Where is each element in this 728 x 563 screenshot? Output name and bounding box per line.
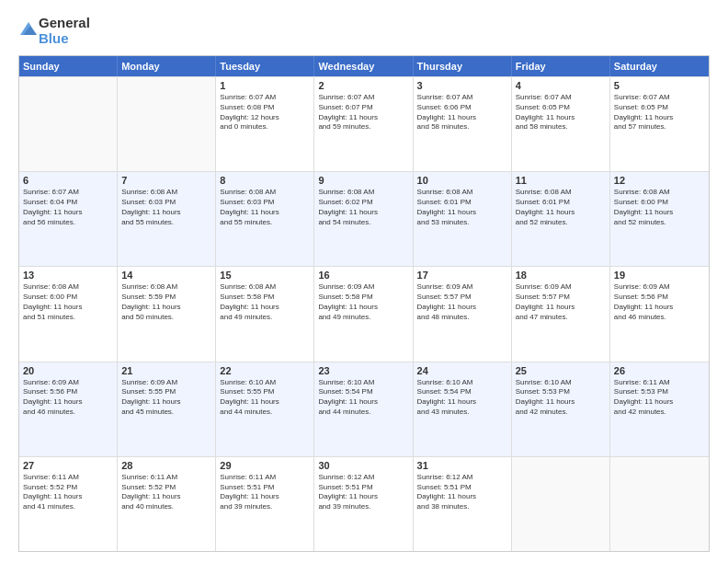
logo: General Blue <box>18 15 90 46</box>
calendar-cell-day-5: 5Sunrise: 6:07 AMSunset: 6:05 PMDaylight… <box>610 77 709 171</box>
cell-info: Sunrise: 6:08 AMSunset: 5:59 PMDaylight:… <box>121 282 211 322</box>
day-number: 6 <box>23 175 113 186</box>
day-number: 21 <box>121 365 211 376</box>
day-number: 7 <box>121 175 211 186</box>
day-number: 14 <box>121 270 211 281</box>
cell-info: Sunrise: 6:11 AMSunset: 5:53 PMDaylight:… <box>614 378 705 418</box>
calendar-cell-day-22: 22Sunrise: 6:10 AMSunset: 5:55 PMDayligh… <box>216 362 314 456</box>
cell-info: Sunrise: 6:07 AMSunset: 6:06 PMDaylight:… <box>417 93 507 132</box>
day-number: 11 <box>516 175 606 186</box>
calendar-cell-day-9: 9Sunrise: 6:08 AMSunset: 6:02 PMDaylight… <box>314 172 413 266</box>
calendar-cell-empty-0-0 <box>19 77 118 171</box>
day-number: 18 <box>516 270 606 281</box>
calendar-cell-day-3: 3Sunrise: 6:07 AMSunset: 6:06 PMDaylight… <box>414 77 512 171</box>
calendar-cell-day-24: 24Sunrise: 6:10 AMSunset: 5:54 PMDayligh… <box>414 362 512 456</box>
cell-info: Sunrise: 6:11 AMSunset: 5:52 PMDaylight:… <box>23 473 113 512</box>
calendar-cell-empty-4-5 <box>512 457 610 551</box>
calendar-cell-day-7: 7Sunrise: 6:08 AMSunset: 6:03 PMDaylight… <box>118 172 216 266</box>
calendar-cell-day-27: 27Sunrise: 6:11 AMSunset: 5:52 PMDayligh… <box>19 457 118 551</box>
cell-info: Sunrise: 6:09 AMSunset: 5:57 PMDaylight:… <box>516 282 606 322</box>
calendar-cell-day-13: 13Sunrise: 6:08 AMSunset: 6:00 PMDayligh… <box>19 267 118 361</box>
day-number: 27 <box>23 460 113 471</box>
cell-info: Sunrise: 6:09 AMSunset: 5:57 PMDaylight:… <box>417 282 507 322</box>
day-number: 15 <box>220 270 310 281</box>
cell-info: Sunrise: 6:09 AMSunset: 5:58 PMDaylight:… <box>318 282 408 322</box>
calendar-cell-day-31: 31Sunrise: 6:12 AMSunset: 5:51 PMDayligh… <box>414 457 512 551</box>
calendar-cell-day-12: 12Sunrise: 6:08 AMSunset: 6:00 PMDayligh… <box>610 172 709 266</box>
calendar-body: 1Sunrise: 6:07 AMSunset: 6:08 PMDaylight… <box>19 76 709 551</box>
calendar-cell-day-26: 26Sunrise: 6:11 AMSunset: 5:53 PMDayligh… <box>610 362 709 456</box>
weekday-header-friday: Friday <box>512 56 610 76</box>
day-number: 2 <box>318 80 408 91</box>
calendar-cell-empty-0-1 <box>118 77 216 171</box>
day-number: 8 <box>220 175 310 186</box>
logo-icon <box>20 22 37 35</box>
day-number: 26 <box>614 365 705 376</box>
cell-info: Sunrise: 6:10 AMSunset: 5:54 PMDaylight:… <box>318 378 408 418</box>
day-number: 16 <box>318 270 408 281</box>
day-number: 20 <box>23 365 113 376</box>
cell-info: Sunrise: 6:10 AMSunset: 5:54 PMDaylight:… <box>417 378 507 418</box>
calendar-cell-day-11: 11Sunrise: 6:08 AMSunset: 6:01 PMDayligh… <box>512 172 610 266</box>
calendar-cell-empty-4-6 <box>610 457 709 551</box>
weekday-header-monday: Monday <box>118 56 216 76</box>
day-number: 5 <box>614 80 705 91</box>
cell-info: Sunrise: 6:09 AMSunset: 5:56 PMDaylight:… <box>614 282 705 322</box>
calendar-header: SundayMondayTuesdayWednesdayThursdayFrid… <box>19 56 709 76</box>
day-number: 25 <box>516 365 606 376</box>
cell-info: Sunrise: 6:10 AMSunset: 5:55 PMDaylight:… <box>220 378 310 418</box>
weekday-header-saturday: Saturday <box>610 56 709 76</box>
calendar-cell-day-18: 18Sunrise: 6:09 AMSunset: 5:57 PMDayligh… <box>512 267 610 361</box>
calendar-cell-day-30: 30Sunrise: 6:12 AMSunset: 5:51 PMDayligh… <box>314 457 413 551</box>
cell-info: Sunrise: 6:10 AMSunset: 5:53 PMDaylight:… <box>516 378 606 418</box>
day-number: 17 <box>417 270 507 281</box>
cell-info: Sunrise: 6:08 AMSunset: 6:00 PMDaylight:… <box>23 282 113 322</box>
header: General Blue <box>18 15 710 46</box>
day-number: 23 <box>318 365 408 376</box>
cell-info: Sunrise: 6:11 AMSunset: 5:51 PMDaylight:… <box>220 473 310 512</box>
calendar-cell-day-17: 17Sunrise: 6:09 AMSunset: 5:57 PMDayligh… <box>414 267 512 361</box>
day-number: 1 <box>220 80 310 91</box>
calendar-cell-day-14: 14Sunrise: 6:08 AMSunset: 5:59 PMDayligh… <box>118 267 216 361</box>
calendar-cell-day-4: 4Sunrise: 6:07 AMSunset: 6:05 PMDaylight… <box>512 77 610 171</box>
day-number: 13 <box>23 270 113 281</box>
cell-info: Sunrise: 6:12 AMSunset: 5:51 PMDaylight:… <box>318 473 408 512</box>
calendar-cell-day-19: 19Sunrise: 6:09 AMSunset: 5:56 PMDayligh… <box>610 267 709 361</box>
day-number: 24 <box>417 365 507 376</box>
cell-info: Sunrise: 6:07 AMSunset: 6:05 PMDaylight:… <box>614 93 705 132</box>
calendar-row-1: 1Sunrise: 6:07 AMSunset: 6:08 PMDaylight… <box>19 76 709 171</box>
day-number: 10 <box>417 175 507 186</box>
calendar-cell-day-15: 15Sunrise: 6:08 AMSunset: 5:58 PMDayligh… <box>216 267 314 361</box>
calendar-cell-day-6: 6Sunrise: 6:07 AMSunset: 6:04 PMDaylight… <box>19 172 118 266</box>
cell-info: Sunrise: 6:08 AMSunset: 6:01 PMDaylight:… <box>417 188 507 227</box>
cell-info: Sunrise: 6:07 AMSunset: 6:08 PMDaylight:… <box>220 93 310 132</box>
logo-general: General <box>39 15 90 30</box>
calendar-cell-day-28: 28Sunrise: 6:11 AMSunset: 5:52 PMDayligh… <box>118 457 216 551</box>
day-number: 9 <box>318 175 408 186</box>
calendar-row-2: 6Sunrise: 6:07 AMSunset: 6:04 PMDaylight… <box>19 171 709 266</box>
cell-info: Sunrise: 6:09 AMSunset: 5:56 PMDaylight:… <box>23 378 113 418</box>
cell-info: Sunrise: 6:12 AMSunset: 5:51 PMDaylight:… <box>417 473 507 512</box>
cell-info: Sunrise: 6:08 AMSunset: 6:00 PMDaylight:… <box>614 188 705 227</box>
calendar-cell-day-1: 1Sunrise: 6:07 AMSunset: 6:08 PMDaylight… <box>216 77 314 171</box>
cell-info: Sunrise: 6:07 AMSunset: 6:05 PMDaylight:… <box>516 93 606 132</box>
day-number: 22 <box>220 365 310 376</box>
cell-info: Sunrise: 6:08 AMSunset: 6:03 PMDaylight:… <box>220 188 310 227</box>
day-number: 19 <box>614 270 705 281</box>
day-number: 3 <box>417 80 507 91</box>
calendar-cell-day-23: 23Sunrise: 6:10 AMSunset: 5:54 PMDayligh… <box>314 362 413 456</box>
cell-info: Sunrise: 6:08 AMSunset: 6:03 PMDaylight:… <box>121 188 211 227</box>
weekday-header-tuesday: Tuesday <box>216 56 314 76</box>
calendar-cell-day-21: 21Sunrise: 6:09 AMSunset: 5:55 PMDayligh… <box>118 362 216 456</box>
weekday-header-wednesday: Wednesday <box>314 56 413 76</box>
cell-info: Sunrise: 6:08 AMSunset: 5:58 PMDaylight:… <box>220 282 310 322</box>
day-number: 29 <box>220 460 310 471</box>
calendar-cell-day-29: 29Sunrise: 6:11 AMSunset: 5:51 PMDayligh… <box>216 457 314 551</box>
calendar-cell-day-8: 8Sunrise: 6:08 AMSunset: 6:03 PMDaylight… <box>216 172 314 266</box>
calendar-row-3: 13Sunrise: 6:08 AMSunset: 6:00 PMDayligh… <box>19 266 709 361</box>
calendar: SundayMondayTuesdayWednesdayThursdayFrid… <box>18 55 710 552</box>
cell-info: Sunrise: 6:09 AMSunset: 5:55 PMDaylight:… <box>121 378 211 418</box>
weekday-header-thursday: Thursday <box>414 56 512 76</box>
day-number: 12 <box>614 175 705 186</box>
calendar-cell-day-16: 16Sunrise: 6:09 AMSunset: 5:58 PMDayligh… <box>314 267 413 361</box>
